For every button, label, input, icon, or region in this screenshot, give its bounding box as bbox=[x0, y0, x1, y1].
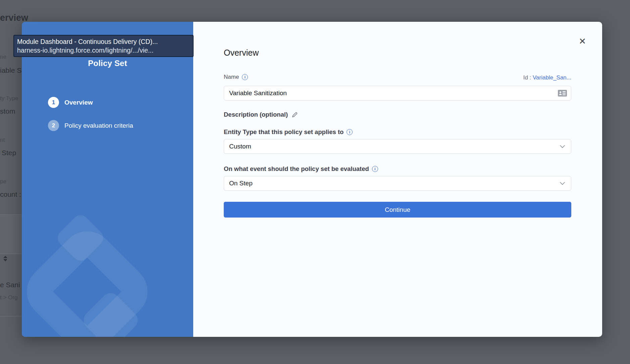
bg-fragment-label: ne bbox=[0, 54, 6, 60]
bg-divider bbox=[0, 215, 22, 215]
name-input-wrap bbox=[224, 86, 571, 101]
entity-type-select[interactable]: Custom bbox=[224, 139, 571, 154]
chevron-down-icon bbox=[560, 182, 565, 185]
id-prefix: Id : bbox=[523, 74, 531, 81]
bg-fragment-value: stom bbox=[0, 107, 15, 115]
chevron-down-icon bbox=[560, 145, 565, 148]
step-number-badge: 2 bbox=[48, 120, 59, 131]
event-value: On Step bbox=[229, 180, 253, 187]
description-row: Description (optional) bbox=[224, 111, 298, 118]
browser-tab-tooltip: Module Dashboard - Continuous Delivery (… bbox=[13, 35, 194, 57]
bg-fragment-value: e Sani bbox=[0, 281, 20, 289]
edit-pencil-icon[interactable] bbox=[292, 112, 298, 118]
info-icon[interactable]: i bbox=[372, 166, 378, 172]
name-label: Name bbox=[224, 74, 239, 80]
entity-type-value: Custom bbox=[229, 143, 251, 150]
bg-fragment-value: iable S bbox=[0, 66, 21, 74]
entity-type-label: Entity Type that this policy set applies… bbox=[224, 128, 344, 136]
wizard-title: Policy Set bbox=[22, 59, 193, 68]
wizard-steps: 1 Overview 2 Policy evaluation criteria bbox=[48, 97, 133, 143]
bg-fragment-label: ty Type bbox=[0, 95, 18, 102]
name-label-row: Name i bbox=[224, 74, 248, 80]
info-icon[interactable]: i bbox=[347, 129, 353, 135]
bg-fragment-breadcrumb: t > Org bbox=[0, 294, 17, 301]
overview-form-panel: ✕ Overview Name i Id : Variable_San... bbox=[193, 22, 602, 337]
bg-divider bbox=[0, 316, 22, 316]
sort-arrows-icon bbox=[3, 256, 7, 261]
step-label: Policy evaluation criteria bbox=[64, 122, 133, 129]
entity-id: Id : Variable_San... bbox=[523, 74, 571, 81]
event-label-row: On what event should the policy set be e… bbox=[224, 165, 378, 173]
id-card-icon[interactable] bbox=[558, 90, 567, 97]
overview-form: Name i Id : Variable_San... bbox=[224, 22, 571, 337]
step-label: Overview bbox=[64, 99, 93, 106]
tab-url: harness-io.lightning.force.com/lightning… bbox=[17, 46, 190, 55]
bg-fragment-value: count : bbox=[0, 190, 21, 198]
step-policy-evaluation-criteria[interactable]: 2 Policy evaluation criteria bbox=[48, 120, 133, 131]
bg-fragment-label: pe bbox=[0, 178, 6, 185]
id-link[interactable]: Variable_San... bbox=[533, 74, 571, 81]
event-select[interactable]: On Step bbox=[224, 176, 571, 191]
bg-table-header-band bbox=[0, 215, 22, 254]
info-icon[interactable]: i bbox=[242, 74, 248, 80]
step-overview[interactable]: 1 Overview bbox=[48, 97, 133, 108]
step-number-badge: 1 bbox=[48, 97, 59, 108]
bg-fragment-value: Step bbox=[2, 149, 16, 157]
wizard-sidebar: Policy Set 1 Overview 2 Policy evaluatio… bbox=[22, 22, 193, 337]
description-label: Description (optional) bbox=[224, 111, 288, 118]
bg-fragment-label: nt bbox=[0, 137, 5, 143]
policy-set-modal: Policy Set 1 Overview 2 Policy evaluatio… bbox=[22, 22, 602, 337]
name-input[interactable] bbox=[224, 86, 571, 101]
tab-title: Module Dashboard - Continuous Delivery (… bbox=[17, 37, 190, 46]
screen: erview ne iable S ty Type stom nt Step p… bbox=[0, 0, 630, 364]
continue-button[interactable]: Continue bbox=[224, 202, 571, 218]
close-icon[interactable]: ✕ bbox=[579, 37, 586, 46]
entity-type-label-row: Entity Type that this policy set applies… bbox=[224, 128, 353, 136]
bg-divider bbox=[0, 254, 22, 254]
event-label: On what event should the policy set be e… bbox=[224, 165, 369, 173]
